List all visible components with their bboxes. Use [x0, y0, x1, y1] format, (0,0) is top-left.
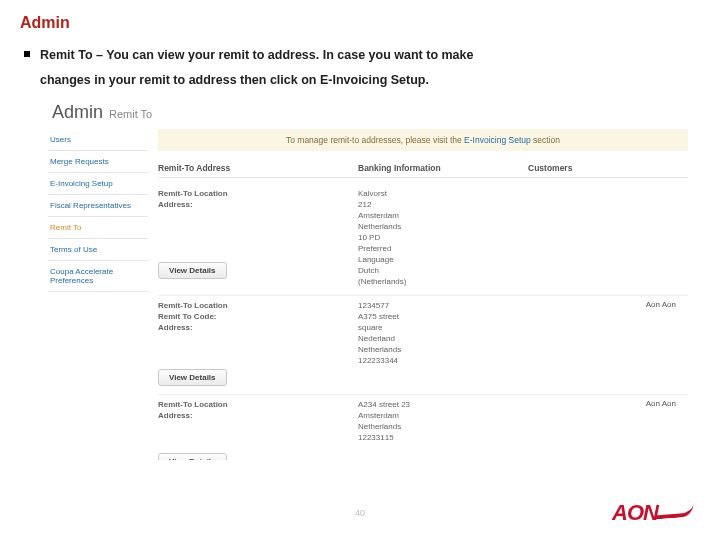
- sidebar: Users Merge Requests E-Invoicing Setup F…: [48, 129, 148, 460]
- bullet-strong: Remit To –: [40, 48, 106, 62]
- customer-cell: Aon Aon: [528, 300, 688, 386]
- customer-cell: [528, 188, 688, 287]
- logo-swoosh-icon: [654, 503, 695, 520]
- sidebar-item-einvoicing-setup[interactable]: E-Invoicing Setup: [48, 173, 148, 195]
- screenshot: Admin Remit To Users Merge Requests E-In…: [48, 100, 688, 460]
- remit-record: Remit-To Location Remit To Code: Address…: [158, 296, 688, 395]
- col-customers: Customers: [528, 163, 688, 173]
- field-value: Dutch: [358, 265, 528, 276]
- field-label: Address:: [158, 199, 358, 210]
- field-label: Address:: [158, 410, 358, 421]
- field-value: 122233344: [358, 355, 528, 366]
- remit-record: Remit-To Location Address: View Details …: [158, 395, 688, 460]
- notice-pre: To manage remit-to addresses, please vis…: [286, 135, 464, 145]
- field-label: Remit-To Location: [158, 300, 358, 311]
- remit-record: Remit-To Location Address: View Details …: [158, 184, 688, 296]
- col-banking-information: Banking Information: [358, 163, 528, 173]
- field-value: Language: [358, 254, 528, 265]
- sidebar-item-merge-requests[interactable]: Merge Requests: [48, 151, 148, 173]
- slide-title: Admin: [20, 14, 700, 32]
- square-bullet-icon: [24, 51, 30, 57]
- field-value: 12233115: [358, 432, 528, 443]
- admin-subheading: Remit To: [109, 108, 152, 120]
- notice-banner: To manage remit-to addresses, please vis…: [158, 129, 688, 151]
- field-value: Kalvorst: [358, 188, 528, 199]
- field-value: Netherlands: [358, 421, 528, 432]
- view-details-button[interactable]: View Details: [158, 262, 227, 279]
- notice-link[interactable]: E-Invoicing Setup: [464, 135, 531, 145]
- view-details-button[interactable]: View Details: [158, 453, 227, 460]
- customer-cell: Aon Aon: [528, 399, 688, 460]
- field-value: square: [358, 322, 528, 333]
- bullet-row: Remit To – You can view your remit to ad…: [24, 46, 700, 65]
- field-value: A234 street 23: [358, 399, 528, 410]
- field-value: Amsterdam: [358, 410, 528, 421]
- field-value: Netherlands: [358, 344, 528, 355]
- field-value: Preferred: [358, 243, 528, 254]
- field-value: A375 street: [358, 311, 528, 322]
- screenshot-heading: Admin Remit To: [48, 100, 688, 129]
- main-panel: To manage remit-to addresses, please vis…: [158, 129, 688, 460]
- bullet-continuation: changes in your remit to address then cl…: [40, 71, 700, 90]
- bullet-text: Remit To – You can view your remit to ad…: [40, 46, 473, 65]
- sidebar-item-coupa-accelerate[interactable]: Coupa Accelerate Preferences: [48, 261, 148, 292]
- bullet-rest: You can view your remit to address. In c…: [106, 48, 473, 62]
- page-number: 40: [355, 508, 365, 518]
- field-value: Nederland: [358, 333, 528, 344]
- field-value: 1234577: [358, 300, 528, 311]
- field-value: Amsterdam: [358, 210, 528, 221]
- field-value: Netherlands: [358, 221, 528, 232]
- view-details-button[interactable]: View Details: [158, 369, 227, 386]
- sidebar-item-remit-to[interactable]: Remit To: [48, 217, 148, 239]
- sidebar-item-fiscal-representatives[interactable]: Fiscal Representatives: [48, 195, 148, 217]
- column-headers: Remit-To Address Banking Information Cus…: [158, 159, 688, 178]
- field-label: Address:: [158, 322, 358, 333]
- field-label: Remit To Code:: [158, 311, 358, 322]
- sidebar-item-users[interactable]: Users: [48, 129, 148, 151]
- field-value: 212: [358, 199, 528, 210]
- aon-logo: AON: [612, 500, 694, 526]
- col-remit-to-address: Remit-To Address: [158, 163, 358, 173]
- notice-post: section: [531, 135, 560, 145]
- sidebar-item-terms-of-use[interactable]: Terms of Use: [48, 239, 148, 261]
- field-value: 10 PD: [358, 232, 528, 243]
- field-label: Remit-To Location: [158, 188, 358, 199]
- logo-text: AON: [612, 500, 658, 525]
- admin-heading: Admin: [52, 102, 103, 123]
- field-value: (Netherlands): [358, 276, 528, 287]
- field-label: Remit-To Location: [158, 399, 358, 410]
